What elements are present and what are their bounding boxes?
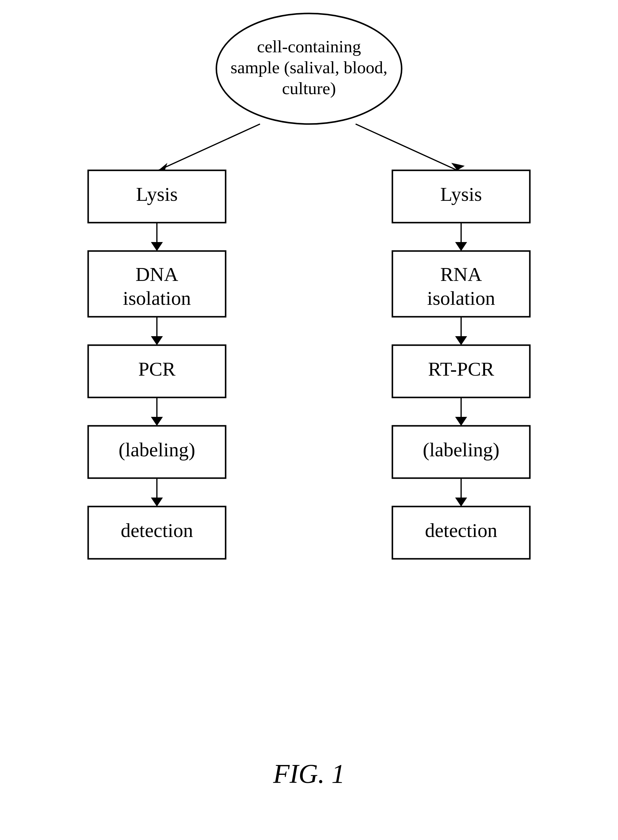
right-lysis-label: Lysis [440, 183, 482, 205]
ellipse-text-line2: sample (salival, blood, [230, 58, 387, 77]
ellipse-text-line3: culture) [282, 79, 336, 98]
arrowhead-right-lysis-rna [455, 242, 467, 251]
right-rtpcr-label: RT-PCR [428, 358, 494, 380]
arrowhead-right [451, 163, 465, 170]
arrowhead-rtpcr-labeling [455, 417, 467, 426]
arrowhead-left-lysis-dna [151, 242, 163, 251]
left-labeling-label: (labeling) [119, 439, 195, 461]
left-detection-label: detection [121, 519, 193, 541]
arrowhead-dna-pcr [151, 336, 163, 345]
figure-label: FIG. 1 [273, 759, 345, 789]
right-labeling-label: (labeling) [423, 439, 500, 461]
right-rna-label-line2: isolation [427, 287, 495, 309]
arrow-to-left [158, 124, 260, 170]
arrowhead-pcr-labeling [151, 417, 163, 426]
arrowhead-rna-rtpcr [455, 336, 467, 345]
left-dna-label-line1: DNA [136, 263, 178, 285]
left-pcr-label: PCR [138, 358, 176, 380]
arrow-to-right [356, 124, 457, 170]
arrowhead-labeling-detection-right [455, 497, 467, 506]
right-rna-label-line1: RNA [440, 263, 482, 285]
left-dna-label-line2: isolation [123, 287, 191, 309]
ellipse-text-line1: cell-containing [257, 37, 361, 56]
left-lysis-label: Lysis [136, 183, 178, 205]
arrowhead-labeling-detection-left [151, 497, 163, 506]
right-detection-label: detection [425, 519, 497, 541]
diagram-container: cell-containing sample (salival, blood, … [0, 0, 618, 840]
